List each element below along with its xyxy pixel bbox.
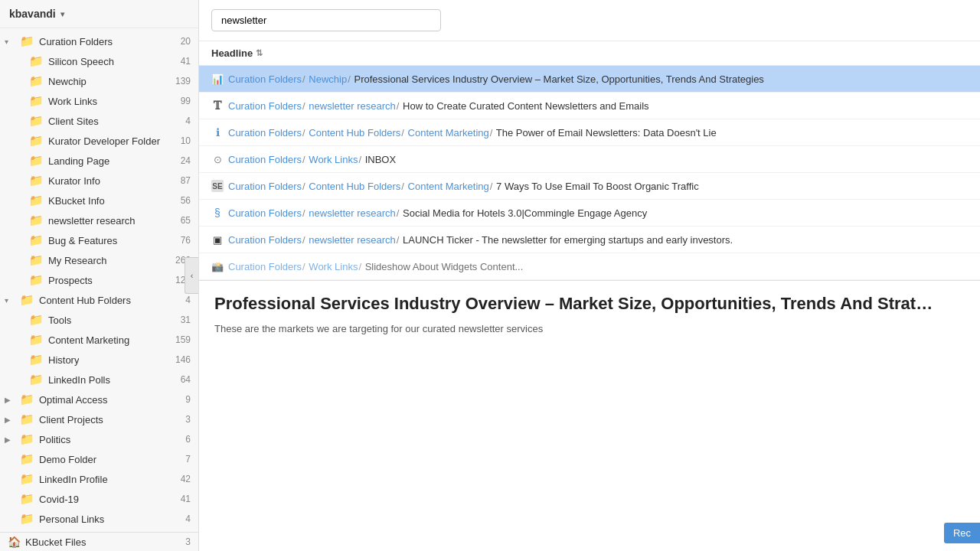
breadcrumb-link[interactable]: Curation Folders [228, 100, 302, 112]
breadcrumb-link-newchip[interactable]: Newchip [309, 73, 347, 85]
breadcrumb-link[interactable]: Curation Folders [228, 127, 302, 139]
expand-arrow-icon: ▾ [5, 37, 15, 46]
folder-count: 3 [172, 414, 191, 425]
folder-count: 87 [172, 175, 191, 186]
result-title: Professional Services Industry Overview … [354, 73, 763, 85]
sidebar-item-label: LinkedIn Polls [48, 374, 110, 386]
sidebar-item-content-marketing[interactable]: 📁 Content Marketing 159 [21, 330, 198, 350]
breadcrumb-link-curation-folders[interactable]: Curation Folders [228, 73, 302, 85]
sort-icon[interactable]: ⇅ [256, 48, 263, 58]
breadcrumb-link[interactable]: newsletter research [309, 100, 395, 112]
folder-count: 139 [172, 76, 191, 86]
result-favicon: ⊙ [211, 153, 224, 165]
breadcrumb-link[interactable]: Content Hub Folders [309, 127, 400, 139]
folder-icon: 📁 [29, 94, 44, 108]
folder-count: 41 [172, 494, 191, 504]
table-row[interactable]: SE Curation Folders/ Content Hub Folders… [199, 173, 980, 200]
sidebar-item-my-research[interactable]: 📁 My Research 266 [21, 250, 198, 270]
breadcrumb-link[interactable]: Curation Folders [228, 261, 302, 272]
folder-count: 3 [172, 536, 191, 547]
breadcrumb-link[interactable]: Content Marketing [408, 127, 489, 139]
sidebar-item-bug-features[interactable]: 📁 Bug & Features 76 [21, 230, 198, 250]
preview-pane: Professional Services Industry Overview … [199, 281, 980, 551]
sidebar-item-tools[interactable]: 📁 Tools 31 [21, 310, 198, 330]
result-title: INBOX [365, 154, 396, 165]
chevron-down-icon: ▾ [60, 10, 64, 18]
expand-arrow-icon: ▶ [5, 435, 15, 444]
sidebar-item-prospects[interactable]: 📁 Prospects 129 [21, 270, 198, 290]
table-row[interactable]: 𝕋 Curation Folders/ newsletter research/… [199, 93, 980, 119]
sidebar-item-newsletter-research[interactable]: 📁 newsletter research 65 [21, 210, 198, 230]
folder-count: 4 [172, 295, 191, 305]
breadcrumb-link[interactable]: Content Marketing [408, 181, 489, 192]
sidebar-item-kurator-info[interactable]: 📁 Kurator Info 87 [21, 171, 198, 191]
folder-icon: 📁 [29, 74, 44, 88]
breadcrumb-link[interactable]: Work Links [309, 261, 358, 272]
breadcrumb-link[interactable]: newsletter research [309, 207, 395, 219]
folder-count: 146 [172, 354, 191, 365]
sidebar-item-client-sites[interactable]: 📁 Client Sites 4 [21, 111, 198, 131]
sidebar-item-kbucket-info[interactable]: 📁 KBucket Info 56 [21, 191, 198, 210]
sidebar-item-personal-links[interactable]: 📁 Personal Links 4 [0, 509, 198, 529]
sidebar-item-label: My Research [48, 255, 107, 266]
sidebar-item-label: Content Hub Folders [39, 295, 131, 306]
rec-button[interactable]: Rec [944, 523, 980, 543]
table-row[interactable]: ▣ Curation Folders/ newsletter research/… [199, 227, 980, 253]
breadcrumb-link[interactable]: Curation Folders [228, 154, 302, 165]
preview-subtitle: These are the markets we are targeting f… [214, 323, 965, 334]
breadcrumb-link[interactable]: Content Hub Folders [309, 181, 400, 192]
sidebar-item-optimal-access[interactable]: ▶ 📁 Optimal Access 9 [0, 390, 198, 409]
sidebar-item-content-hub-folders[interactable]: ▾ 📁 Content Hub Folders 4 [0, 290, 198, 310]
sidebar-item-label: Landing Page [48, 155, 109, 167]
sidebar-item-demo-folder[interactable]: 📁 Demo Folder 7 [0, 449, 198, 469]
breadcrumb-link[interactable]: Curation Folders [228, 207, 302, 219]
folder-count: 4 [172, 514, 191, 524]
sidebar-item-politics[interactable]: ▶ 📁 Politics 6 [0, 429, 198, 449]
results-table: Headline ⇅ 📊 Curation Folders/ Newchip/ … [199, 41, 980, 281]
sidebar-item-client-projects[interactable]: ▶ 📁 Client Projects 3 [0, 409, 198, 429]
sidebar-item-label: Silicon Speech [48, 56, 114, 67]
folder-count: 64 [172, 374, 191, 385]
sidebar-item-landing-page[interactable]: 📁 Landing Page 24 [21, 151, 198, 171]
sidebar-item-kurator-developer-folder[interactable]: 📁 Kurator Developer Folder 10 [21, 131, 198, 151]
folder-count: 41 [172, 56, 191, 67]
sidebar-item-kbucket-files[interactable]: 🏠 KBucket Files 3 [0, 532, 198, 551]
collapse-sidebar-button[interactable]: ‹ [185, 257, 198, 294]
table-row[interactable]: ℹ Curation Folders/ Content Hub Folders/… [199, 119, 980, 146]
table-row[interactable]: 📸 Curation Folders/ Work Links/ Slidesho… [199, 253, 980, 280]
folder-count: 42 [172, 474, 191, 484]
expand-arrow-icon: ▶ [5, 396, 15, 404]
preview-title: Professional Services Industry Overview … [214, 293, 965, 315]
sidebar-item-newchip[interactable]: 📁 Newchip 139 [21, 71, 198, 91]
breadcrumb-link[interactable]: Curation Folders [228, 234, 302, 246]
table-row[interactable]: ⊙ Curation Folders/ Work Links/ INBOX [199, 146, 980, 173]
sidebar-item-covid-19[interactable]: 📁 Covid-19 41 [0, 489, 198, 509]
sidebar-item-label: Kurator Info [48, 175, 100, 187]
home-icon: 🏠 [8, 536, 21, 548]
breadcrumb-link[interactable]: Curation Folders [228, 181, 302, 192]
breadcrumb-link[interactable]: Work Links [309, 154, 358, 165]
user-header[interactable]: kbavandi ▾ [0, 0, 198, 28]
sidebar-item-label: Personal Links [39, 514, 104, 525]
breadcrumb-link[interactable]: newsletter research [309, 234, 395, 246]
sidebar-item-silicon-speech[interactable]: 📁 Silicon Speech 41 [21, 51, 198, 71]
sidebar-item-label: KBucket Info [48, 195, 105, 207]
sidebar-item-work-links[interactable]: 📁 Work Links 99 [21, 91, 198, 111]
sidebar-item-label: Politics [39, 434, 70, 445]
folder-count: 6 [172, 434, 191, 445]
sidebar-item-history[interactable]: 📁 History 146 [21, 350, 198, 370]
sidebar-item-label: Kurator Developer Folder [48, 135, 160, 147]
table-row[interactable]: § Curation Folders/ newsletter research/… [199, 200, 980, 227]
curation-folders-children: 📁 Silicon Speech 41 📁 Newchip 139 📁 Work… [0, 51, 198, 290]
table-row[interactable]: 📊 Curation Folders/ Newchip/ Professiona… [199, 66, 980, 93]
sidebar-item-label: Newchip [48, 76, 87, 87]
sidebar-item-curation-folders[interactable]: ▾ 📁 Curation Folders 20 [0, 31, 198, 51]
search-input[interactable] [211, 9, 441, 31]
expand-arrow-icon: ▾ [5, 296, 15, 305]
folder-count: 159 [172, 334, 191, 345]
sidebar-item-linkedin-profile[interactable]: 📁 LinkedIn Profile 42 [0, 469, 198, 489]
folder-icon: 📁 [20, 472, 34, 486]
result-favicon: 📊 [211, 73, 224, 85]
sidebar-item-linkedin-polls[interactable]: 📁 LinkedIn Polls 64 [21, 370, 198, 390]
sidebar-item-label: Demo Folder [39, 454, 96, 465]
